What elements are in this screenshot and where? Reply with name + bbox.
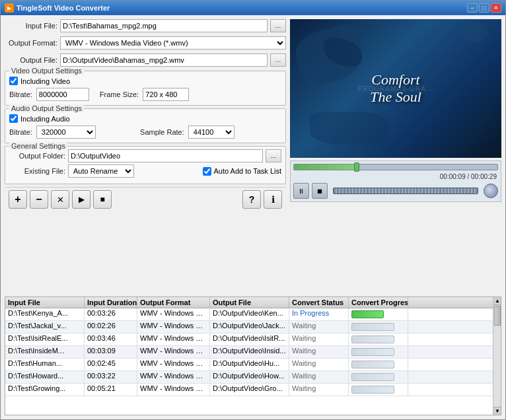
main-window: ▶ TingleSoft Video Converter − □ ✕ Input… [0, 0, 506, 420]
title-buttons: − □ ✕ [467, 3, 501, 13]
general-settings-section: General Settings Output Folder: … Existi… [5, 146, 286, 184]
including-audio-label: Including Audio [20, 115, 70, 123]
add-task-button[interactable]: + [9, 190, 27, 209]
progress-thumb[interactable] [354, 162, 359, 172]
including-video-label: Including Video [20, 77, 70, 85]
maximize-button[interactable]: □ [479, 3, 489, 13]
existing-file-wrapper: Auto Rename Overwrite Skip [68, 164, 194, 178]
start-button[interactable]: ▶ [72, 190, 90, 209]
output-file-browse-button[interactable]: … [270, 53, 286, 67]
cell-progress [349, 371, 408, 383]
output-folder-browse-button[interactable]: … [266, 149, 281, 162]
progress-bar [351, 386, 394, 394]
audio-settings-title: Audio Output Settings [9, 104, 84, 112]
including-video-checkbox[interactable] [9, 77, 18, 85]
scroll-thumb[interactable] [494, 306, 501, 326]
cell-duration: 00:03:09 [85, 346, 137, 358]
cell-progress [349, 308, 408, 320]
cell-output-file: D:\OutputVideo\Insid... [210, 346, 289, 358]
table-row[interactable]: D:\Test\Jackal_v... 00:02:26 WMV - Windo… [5, 321, 493, 333]
minimize-button[interactable]: − [467, 3, 478, 13]
volume-bar[interactable] [333, 188, 478, 194]
output-file-field[interactable] [60, 53, 268, 67]
pause-button[interactable]: ⏸ [293, 183, 309, 199]
progress-bar [351, 348, 394, 356]
sample-rate-label: Sample Rate: [140, 128, 184, 136]
cell-duration: 00:03:26 [85, 308, 137, 320]
task-table: Input File Input Duration Output Format … [5, 297, 493, 415]
window-title: TingleSoft Video Converter [17, 4, 110, 12]
table-row[interactable]: D:\Test\Kenya_A... 00:03:26 WMV - Window… [5, 308, 493, 321]
table-row[interactable]: D:\Test\IsitRealE... 00:03:46 WMV - Wind… [5, 333, 493, 346]
table-row[interactable]: D:\Test\InsideM... 00:03:09 WMV - Window… [5, 346, 493, 359]
output-folder-label: Output Folder: [9, 152, 65, 160]
scroll-up-button[interactable]: ▲ [493, 297, 501, 305]
frame-size-field[interactable] [143, 88, 189, 101]
stop-button[interactable]: ⏹ [312, 183, 328, 199]
remove-task-button[interactable]: − [30, 190, 48, 209]
auto-add-checkbox[interactable] [203, 167, 211, 176]
cell-status: Waiting [289, 371, 349, 383]
watermark: PROGRAMAS-GRA... [358, 85, 433, 92]
output-format-wrapper: WMV - Windows Media Video (*.wmv) [60, 36, 286, 50]
cell-input-file: D:\Test\IsitRealE... [5, 333, 85, 345]
audio-bitrate-wrapper: 320000 256000 192000 128000 [36, 125, 129, 139]
cell-status: Waiting [289, 384, 349, 396]
table-row[interactable]: D:\Test\Human... 00:02:45 WMV - Windows … [5, 359, 493, 371]
table-row[interactable]: D:\Test\Growing... 00:05:21 WMV - Window… [5, 384, 493, 396]
existing-file-label: Existing File: [9, 167, 65, 175]
scrollbar-vertical[interactable]: ▲ ▼ [493, 297, 501, 415]
header-input-file: Input File [5, 297, 85, 308]
output-file-row: Output File: … [5, 53, 286, 67]
cell-format: WMV - Windows Media ... [137, 333, 210, 345]
cell-input-file: D:\Test\Howard... [5, 371, 85, 383]
output-folder-field[interactable] [68, 149, 263, 162]
cell-progress [349, 333, 408, 345]
cell-duration: 00:05:21 [85, 384, 137, 396]
cancel-task-button[interactable]: ✕ [51, 190, 69, 209]
audio-bitrate-select[interactable]: 320000 256000 192000 128000 [36, 125, 96, 139]
output-format-select[interactable]: WMV - Windows Media Video (*.wmv) [60, 36, 286, 50]
progress-bar [351, 361, 394, 368]
cell-output-file: D:\OutputVideo\Jack... [210, 321, 289, 333]
info-button[interactable]: ℹ [264, 190, 282, 209]
scroll-down-button[interactable]: ▼ [493, 407, 501, 415]
cell-output-file: D:\OutputVideo\How... [210, 371, 289, 383]
progress-bar [351, 373, 394, 381]
cell-input-file: D:\Test\Growing... [5, 384, 85, 396]
including-audio-checkbox[interactable] [9, 114, 18, 123]
video-bitrate-row: Bitrate: Frame Size: [9, 88, 281, 101]
audio-bitrate-row: Bitrate: 320000 256000 192000 128000 Sam… [9, 125, 281, 139]
progress-track[interactable] [293, 164, 498, 170]
cell-status: Waiting [289, 333, 349, 345]
cell-format: WMV - Windows Media ... [137, 308, 210, 320]
cell-status: Waiting [289, 359, 349, 370]
video-preview-bg: Comfort The Soul PROGRAMAS-GRA... [290, 19, 501, 158]
main-content: Input File: … Output Format: WMV - Windo… [1, 15, 505, 297]
input-file-label: Input File: [5, 22, 57, 30]
input-file-browse-button[interactable]: … [270, 19, 286, 32]
sample-rate-select[interactable]: 44100 48000 22050 [188, 125, 235, 139]
general-settings-title: General Settings [9, 142, 67, 150]
progress-bar-row [293, 164, 498, 170]
cell-output-file: D:\OutputVideo\Hu... [210, 359, 289, 370]
stop-all-button[interactable]: ■ [93, 190, 112, 209]
cell-progress [349, 384, 408, 396]
including-audio-row: Including Audio [9, 114, 281, 123]
task-table-header: Input File Input Duration Output Format … [5, 297, 493, 308]
input-file-field[interactable] [60, 19, 268, 32]
audio-bitrate-label: Bitrate: [9, 128, 32, 136]
app-icon: ▶ [5, 3, 14, 13]
close-button[interactable]: ✕ [491, 3, 501, 13]
cell-output-file: D:\OutputVideo\Gro... [210, 384, 289, 396]
header-input-duration: Input Duration [85, 297, 137, 308]
volume-knob[interactable] [484, 184, 498, 198]
header-output-format: Output Format [137, 297, 210, 308]
cell-progress [349, 346, 408, 358]
existing-file-select[interactable]: Auto Rename Overwrite Skip [68, 164, 134, 178]
cell-output-file: D:\OutputVideo\Ken... [210, 308, 289, 320]
table-row[interactable]: D:\Test\Howard... 00:03:22 WMV - Windows… [5, 371, 493, 384]
cell-status: Waiting [289, 321, 349, 333]
help-button[interactable]: ? [242, 190, 261, 209]
video-bitrate-field[interactable] [36, 88, 89, 101]
